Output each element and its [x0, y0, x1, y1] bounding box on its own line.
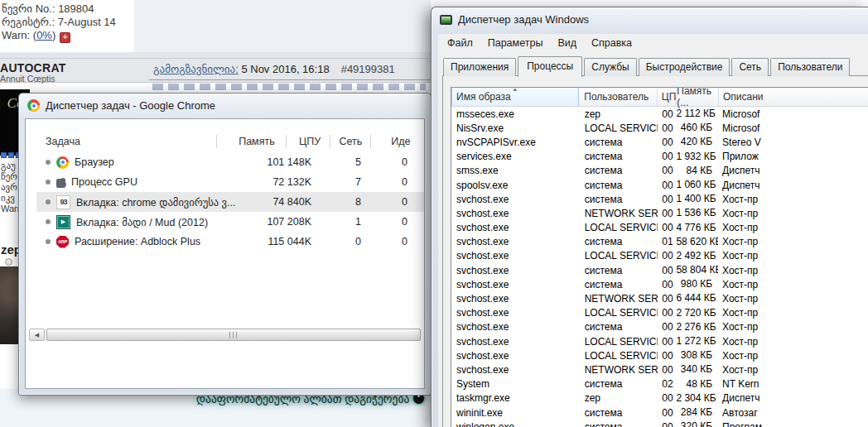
post-text-blurred [152, 84, 426, 90]
process-row[interactable]: System система 02 48 КБ NT Kern [451, 377, 868, 391]
process-row[interactable]: svchost.exe NETWORK SERVICE 00 6 444 КБ … [451, 291, 868, 305]
process-name: smss.exe [451, 165, 580, 176]
process-cpu: 00 [658, 194, 676, 205]
table-separator [0, 52, 431, 58]
tm-client: Файл Параметры Вид Справка Приложения Пр… [438, 34, 868, 427]
chrome-tm-titlebar[interactable]: Диспетчер задач - Google Chrome [19, 94, 431, 118]
posted-link[interactable]: გამოგზავნილია: [153, 63, 239, 75]
process-list: msseces.exe zep 00 2 112 КБ Microsof Nis… [451, 107, 868, 427]
column-cpu[interactable]: ЦП [658, 88, 678, 106]
process-row[interactable]: svchost.exe NETWORK SERVICE 00 340 КБ Хо… [451, 362, 868, 377]
chrome-task-list: Браузер 101 148K 5 0 Процесс GPU 72 132K… [36, 152, 424, 252]
process-row[interactable]: svchost.exe NETWORK SERVICE 00 1 536 КБ … [451, 206, 868, 220]
menu-help[interactable]: Справка [584, 34, 639, 52]
tab-network[interactable]: Сеть [731, 58, 769, 76]
horizontal-scrollbar[interactable]: ◀ [29, 329, 421, 341]
task-bullet-icon [46, 199, 51, 204]
process-row[interactable]: svchost.exe система 00 2 276 КБ Хост-пр [451, 320, 868, 334]
task-row[interactable]: Браузер 101 148K 5 0 [36, 152, 424, 172]
process-row[interactable]: nvSCPAPISvr.exe система 00 420 КБ Stereo… [451, 135, 868, 149]
menu-file[interactable]: Файл [440, 34, 480, 52]
process-memory: 308 КБ [676, 348, 718, 362]
column-user[interactable]: Пользователь [579, 88, 657, 106]
process-row[interactable]: winlogon.exe система 00 320 КБ Програм [451, 420, 868, 427]
task-row[interactable]: Вкладка: მადი / Mud (2012) 107 208K 1 0 [36, 212, 424, 232]
process-row[interactable]: svchost.exe система 01 58 620 КБ Хост-пр [451, 235, 868, 249]
column-memory[interactable]: Память (... [677, 88, 719, 106]
process-user: система [580, 137, 658, 148]
scroll-left-icon[interactable]: ◀ [29, 329, 45, 341]
tm-titlebar[interactable]: Диспетчер задач Windows [432, 7, 868, 31]
process-name: svchost.exe [451, 321, 580, 333]
task-row[interactable]: Процесс GPU 72 132K 7 0 [36, 172, 424, 192]
column-network[interactable]: Сеть [330, 135, 371, 148]
process-user: система [580, 321, 658, 333]
process-row[interactable]: svchost.exe система 00 58 804 КБ Хост-пр [451, 263, 868, 277]
process-user: LOCAL SERVICE [580, 307, 658, 319]
column-task[interactable]: Задача [36, 135, 217, 148]
column-id[interactable]: Иде [371, 135, 424, 148]
process-row[interactable]: svchost.exe LOCAL SERVICE 00 308 КБ Хост… [451, 348, 868, 362]
process-user: LOCAL SERVICE [580, 350, 658, 362]
process-user: система [580, 378, 658, 390]
process-memory: 58 804 КБ [676, 263, 718, 277]
column-image-name[interactable]: ▲Имя образа [451, 88, 579, 106]
task-label: Вкладка: მადი / Mud (2012) [76, 216, 208, 228]
tab-services[interactable]: Службы [584, 58, 636, 76]
process-row[interactable]: services.exe система 00 1 932 КБ Прилож [451, 150, 868, 164]
process-row[interactable]: wininit.exe система 00 284 КБ Автозаг [451, 405, 868, 420]
process-cpu: 00 [658, 122, 676, 134]
column-cpu[interactable]: ЦПУ [287, 135, 330, 148]
task-row[interactable]: Расширение: Adblock Plus 115 044K 0 0 [36, 232, 424, 252]
post-author-name[interactable]: AUTOCRAT [0, 61, 66, 74]
process-row[interactable]: svchost.exe LOCAL SERVICE 00 1 272 КБ Хо… [451, 334, 868, 348]
warn-percent-link[interactable]: 0% [36, 29, 52, 41]
process-cpu: 00 [658, 307, 676, 319]
process-memory: 6 444 КБ [676, 291, 718, 305]
process-row[interactable]: svchost.exe система 00 1 400 КБ Хост-пр [451, 192, 868, 206]
process-user: LOCAL SERVICE [580, 336, 658, 348]
post-date-line: გამოგზავნილია: 5 Nov 2016, 16:18#4919938… [153, 63, 395, 75]
process-row[interactable]: NisSrv.exe LOCAL SERVICE 00 460 КБ Micro… [451, 121, 868, 135]
process-cpu: 00 [658, 293, 676, 305]
process-name: svchost.exe [451, 350, 580, 362]
process-name: svchost.exe [451, 307, 580, 319]
process-user: система [580, 180, 658, 191]
task-row[interactable]: Вкладка: chrome დამივირუსა ვ... 74 840K … [36, 192, 424, 212]
scrollbar-thumb[interactable] [46, 329, 421, 341]
process-user: NETWORK SERVICE [580, 208, 658, 219]
process-name: winlogon.exe [451, 421, 580, 427]
process-description: Хост-пр [718, 336, 868, 348]
menu-view[interactable]: Вид [550, 34, 584, 52]
tab-processes[interactable]: Процессы [518, 56, 582, 77]
process-row[interactable]: svchost.exe LOCAL SERVICE 00 2 492 КБ Хо… [451, 249, 868, 263]
process-row[interactable]: spoolsv.exe система 00 1 060 КБ Диспетч [451, 178, 868, 192]
process-name: svchost.exe [451, 293, 580, 305]
process-memory: 2 276 КБ [676, 320, 718, 334]
warn-add-icon[interactable] [60, 32, 70, 43]
tab-applications[interactable]: Приложения [443, 58, 516, 76]
process-description: Диспетч [718, 392, 868, 404]
posted-date: 5 Nov 2016, 16:18 [239, 63, 330, 75]
chrome-task-manager-window: Диспетчер задач - Google Chrome Задача П… [18, 93, 432, 396]
process-row[interactable]: taskmgr.exe zep 00 2 304 КБ Диспетч [451, 391, 868, 405]
process-row[interactable]: svchost.exe система 00 980 КБ Хост-пр [451, 277, 868, 291]
menu-options[interactable]: Параметры [480, 34, 551, 52]
column-memory[interactable]: Память [217, 135, 287, 148]
process-cpu: 02 [658, 378, 676, 390]
task-memory: 74 840K [244, 196, 322, 208]
process-description: NT Kern [718, 378, 868, 390]
chrome-icon [56, 156, 69, 169]
post-id[interactable]: #49199381 [341, 63, 395, 75]
task-cpu: 1 [322, 216, 372, 228]
tab-performance[interactable]: Быстродействие [639, 58, 731, 76]
tab-users[interactable]: Пользователи [770, 58, 850, 76]
column-description[interactable]: Описани [719, 88, 868, 106]
member-info-top: წევრი No.: 189804 რეგისტრ.: 7-August 14 … [2, 2, 116, 43]
process-row[interactable]: smss.exe система 00 84 КБ Диспетч [451, 164, 868, 178]
task-memory: 72 132K [244, 176, 322, 188]
tm-tabs: Приложения Процессы Службы Быстродействи… [443, 56, 851, 76]
process-row[interactable]: msseces.exe zep 00 2 112 КБ Microsof [451, 107, 868, 121]
process-row[interactable]: svchost.exe LOCAL SERVICE 00 4 776 КБ Хо… [451, 221, 868, 235]
process-row[interactable]: svchost.exe LOCAL SERVICE 00 2 720 КБ Хо… [451, 306, 868, 320]
